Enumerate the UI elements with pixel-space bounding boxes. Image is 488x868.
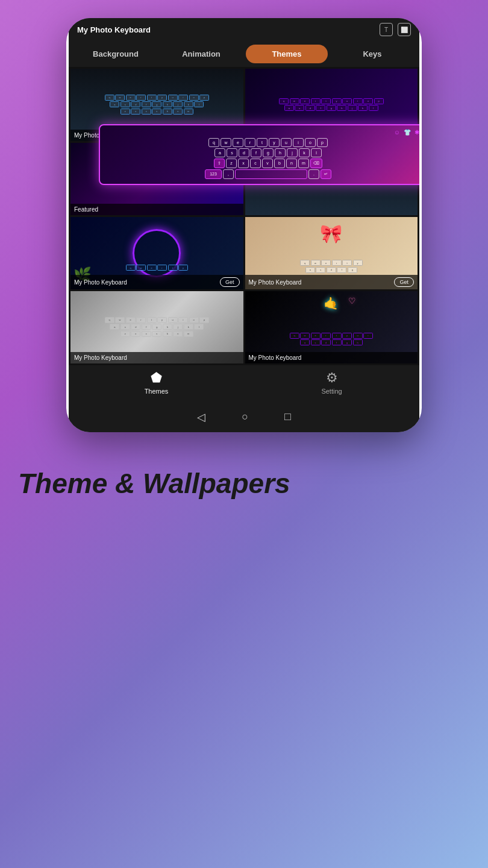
float-key-m: m: [298, 159, 309, 168]
home-button[interactable]: ○: [242, 410, 248, 424]
android-nav: ◁ ○ □: [69, 402, 419, 432]
float-key-123: 123: [205, 169, 222, 179]
theme-label-neon-circle: My Photo Keyboard Get: [70, 275, 243, 289]
theme-label-heart: My Photo Keyboard: [245, 352, 418, 363]
float-key-d: d: [239, 148, 249, 157]
float-key-shift: ⇧: [214, 159, 225, 168]
phone-screen: My Photo Keyboard T ⬜ Background Animati…: [69, 18, 419, 432]
mini-keyboard-purple: qwe rty uio p asd fgh jkl: [245, 96, 418, 115]
float-key-period: .: [308, 169, 319, 179]
float-key-u: u: [281, 138, 292, 147]
float-key-w: w: [221, 138, 231, 147]
float-key-c: c: [250, 159, 261, 168]
float-key-j: j: [287, 148, 298, 157]
theme-label-neon-blue: Featured: [70, 204, 243, 215]
recents-button[interactable]: □: [284, 410, 291, 424]
float-key-i: i: [293, 138, 304, 147]
float-key-backspace: ⌫: [310, 159, 322, 168]
float-key-l: l: [311, 148, 322, 157]
float-key-space: [235, 169, 307, 179]
nav-item-themes[interactable]: ⬟ Themes: [69, 370, 244, 395]
setting-nav-icon: ⚙: [326, 370, 338, 386]
float-key-y: y: [269, 138, 280, 147]
float-key-k: k: [299, 148, 310, 157]
top-bar: My Photo Keyboard T ⬜: [69, 18, 419, 41]
float-key-z: z: [226, 159, 237, 168]
get-button-gift[interactable]: Get: [394, 277, 414, 287]
float-row-3: ⇧ z x c v b n m ⌫: [104, 159, 419, 168]
tab-background[interactable]: Background: [75, 45, 157, 63]
float-key-b: b: [274, 159, 285, 168]
theme-card-gift[interactable]: 🎀 qwe rty asd fg: [245, 217, 418, 289]
menu-icon[interactable]: ⬜: [398, 23, 411, 36]
theme-card-neon-circle[interactable]: 🌿 qwe rty My Photo Keyboard Get: [70, 217, 243, 289]
theme-card-heart[interactable]: 🤙 ♡ qwe rty ui asd fgh: [245, 291, 418, 363]
float-key-enter: ↵: [321, 169, 331, 179]
tab-bar: Background Animation Themes Keys: [69, 41, 419, 67]
float-row-4: 123 , . ↵: [104, 169, 419, 179]
tab-themes[interactable]: Themes: [246, 45, 328, 63]
float-row-2: a s d f g h j k l: [104, 148, 419, 157]
mini-keyboard-silver: qwe rty uio p asd fgh jkl zx: [70, 315, 243, 341]
nav-item-setting[interactable]: ⚙ Setting: [244, 370, 419, 395]
float-key-comma: ,: [223, 169, 234, 179]
app-title: My Photo Keyboard: [77, 25, 151, 34]
themes-nav-label: Themes: [145, 388, 169, 395]
float-key-a: a: [214, 148, 225, 157]
tab-animation[interactable]: Animation: [160, 45, 242, 63]
tab-keys[interactable]: Keys: [331, 45, 413, 63]
float-key-e: e: [233, 138, 243, 147]
float-key-q: q: [208, 138, 219, 147]
float-key-h: h: [275, 148, 286, 157]
float-key-s: s: [227, 148, 237, 157]
top-bar-icons: T ⬜: [380, 23, 411, 36]
float-key-r: r: [245, 138, 255, 147]
floating-keyboard-overlay: ☺ 👕 ✱ ⌨ q w e r t y u i o p: [99, 124, 419, 185]
setting-nav-label: Setting: [321, 388, 342, 395]
float-key-x: x: [238, 159, 249, 168]
themes-container: qwe rty uio p asd fgh jkl zx: [69, 67, 419, 365]
float-key-v: v: [262, 159, 273, 168]
float-row-1: q w e r t y u i o p: [104, 138, 419, 147]
mini-keyboard-dark: qwe rty uio p asd fgh jkl zx: [70, 92, 243, 118]
float-key-p: p: [317, 138, 328, 147]
bottom-title: Theme & Wallpapers: [18, 468, 290, 499]
float-key-t: t: [257, 138, 267, 147]
phone-shell: My Photo Keyboard T ⬜ Background Animati…: [66, 18, 422, 432]
theme-label-silver: My Photo Keyboard: [70, 352, 243, 363]
theme-card-silver[interactable]: qwe rty uio p asd fgh jkl zx: [70, 291, 243, 363]
float-key-n: n: [286, 159, 297, 168]
mini-keyboard-gift: qwe rty asd fg: [245, 257, 418, 276]
font-size-icon[interactable]: T: [380, 23, 393, 36]
float-key-o: o: [305, 138, 316, 147]
bottom-text-section: Theme & Wallpapers: [0, 432, 488, 868]
bottom-nav: ⬟ Themes ⚙ Setting: [69, 365, 419, 402]
get-button-neon-circle[interactable]: Get: [220, 277, 240, 287]
mini-keyboard-heart: qwe rty ui asd fgh: [245, 330, 418, 349]
back-button[interactable]: ◁: [197, 410, 205, 424]
themes-grid: qwe rty uio p asd fgh jkl zx: [69, 67, 419, 365]
theme-label-gift: My Photo Keyboard Get: [245, 275, 418, 289]
themes-nav-icon: ⬟: [151, 370, 162, 386]
float-key-g: g: [263, 148, 274, 157]
float-key-f: f: [251, 148, 261, 157]
